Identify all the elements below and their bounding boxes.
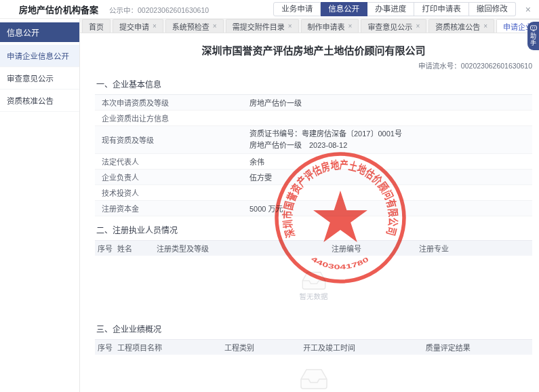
tab-close-icon[interactable]: × xyxy=(416,22,420,30)
tab-qualification-approval-notice[interactable]: 资质核准公告 × xyxy=(428,19,494,33)
row-label: 注册资本金 xyxy=(95,201,249,216)
action-withdraw-modify[interactable]: 撤回修改 xyxy=(469,2,516,16)
top-bar-actions: 业务申请 信息公开 办事进度 打印申请表 撤回修改 × xyxy=(273,2,535,16)
tab-label: 需提交附件目录 xyxy=(233,21,285,32)
row-value: 资质证书编号：粤建房估深备〔2017〕0001号 房地产估价一级 2023-08… xyxy=(249,126,402,153)
tab-system-precheck[interactable]: 系统预检查 × xyxy=(165,19,224,33)
table-header: 序号 工程项目名称 工程类别 开工及竣工时间 质量评定结果 xyxy=(95,340,532,355)
empty-state: 暂无数据 xyxy=(299,367,329,392)
tab-label: 制作申请表 xyxy=(308,21,345,32)
table-row: 注册资本金 5000 万元 xyxy=(95,201,532,216)
tab-close-icon[interactable]: × xyxy=(288,22,292,30)
tab-make-application-form[interactable]: 制作申请表 × xyxy=(301,19,359,33)
row-label: 企业资质出让方信息 xyxy=(95,111,249,125)
sidebar: 信息公开 申请企业信息公开 审查意见公示 资质核准公告 xyxy=(0,19,80,392)
empty-text: 暂无数据 xyxy=(300,291,328,301)
row-label: 法定代表人 xyxy=(95,154,249,169)
column-header: 注册类型及等级 xyxy=(154,243,329,254)
cert-grade-line: 房地产估价一级 2023-08-12 xyxy=(249,140,402,151)
assistant-float-button[interactable]: 助手 xyxy=(527,22,539,50)
action-progress[interactable]: 办事进度 xyxy=(367,2,414,16)
table-header: 序号 姓名 注册类型及等级 注册编号 注册专业 xyxy=(95,241,532,256)
top-bar: 房地产估价机构备案 公示中：002023062601630610 业务申请 信息… xyxy=(0,0,539,19)
action-business-apply[interactable]: 业务申请 xyxy=(273,2,321,16)
section-company-performance: 三、企业业绩概况 序号 工程项目名称 工程类别 开工及竣工时间 质量评定结果 xyxy=(95,320,532,392)
info-rows: 本次申请资质及等级 房地产估价一级 企业资质出让方信息 现有资质及等级 资质证书… xyxy=(95,95,532,216)
cert-number-line: 资质证书编号：粤建房估深备〔2017〕0001号 xyxy=(249,128,402,140)
tab-label: 系统预检查 xyxy=(172,21,209,32)
column-header: 工程类别 xyxy=(222,342,300,353)
tab-attachment-list[interactable]: 需提交附件目录 × xyxy=(226,19,299,33)
tab-close-icon[interactable]: × xyxy=(483,22,487,30)
row-label: 企业负责人 xyxy=(95,170,249,184)
table-row: 法定代表人 余伟 xyxy=(95,154,532,170)
action-print-form[interactable]: 打印申请表 xyxy=(414,2,469,16)
column-header: 注册专业 xyxy=(416,243,532,254)
column-header: 质量评定结果 xyxy=(423,342,532,353)
row-label: 技术投资人 xyxy=(95,185,249,200)
table-body-empty: 暂无数据 xyxy=(95,256,532,315)
tab-close-icon[interactable]: × xyxy=(153,22,157,30)
tab-label: 资质核准公告 xyxy=(435,21,480,32)
empty-state: 暂无数据 xyxy=(300,270,328,301)
column-header: 注册编号 xyxy=(329,243,416,254)
tab-label: 首页 xyxy=(89,21,104,32)
section-title: 二、注册执业人员情况 xyxy=(95,221,532,241)
application-serial-number: 申请流水号：002023062601630610 xyxy=(95,60,532,71)
app-window: 房地产估价机构备案 公示中：002023062601630610 业务申请 信息… xyxy=(0,0,539,392)
tab-submit-application[interactable]: 提交申请 × xyxy=(113,19,163,33)
column-header: 姓名 xyxy=(115,243,154,254)
column-header: 序号 xyxy=(95,342,115,353)
section-title: 三、企业业绩概况 xyxy=(95,320,532,340)
body-row: 信息公开 申请企业信息公开 审查意见公示 资质核准公告 首页 提交申请 × 系统… xyxy=(0,19,539,392)
row-label: 本次申请资质及等级 xyxy=(95,95,249,110)
column-header: 序号 xyxy=(95,243,115,254)
row-value: 伍方雯 xyxy=(249,170,272,184)
action-info-public[interactable]: 信息公开 xyxy=(321,2,367,16)
column-header: 工程项目名称 xyxy=(115,342,222,353)
publicity-status: 公示中：002023062601630610 xyxy=(109,5,209,15)
row-value: 房地产估价一级 xyxy=(249,95,302,110)
assistant-label: 助手 xyxy=(529,33,538,46)
page-title: 深圳市国誉资产评估房地产土地估价顾问有限公司 xyxy=(95,43,532,57)
top-bar-left: 房地产估价机构备案 公示中：002023062601630610 xyxy=(19,3,209,16)
section-basic-info: 一、企业基本信息 本次申请资质及等级 房地产估价一级 企业资质出让方信息 现有资… xyxy=(95,75,532,216)
row-value: 余伟 xyxy=(249,154,264,169)
tab-home[interactable]: 首页 xyxy=(82,19,111,33)
tab-label: 提交申请 xyxy=(119,21,149,32)
table-row: 企业负责人 伍方雯 xyxy=(95,170,532,185)
table-body-empty: 暂无数据 xyxy=(95,355,532,392)
empty-inbox-icon xyxy=(299,367,329,390)
tab-close-icon[interactable]: × xyxy=(348,22,353,30)
action-button-group: 业务申请 信息公开 办事进度 打印申请表 撤回修改 xyxy=(273,2,516,16)
tab-close-icon[interactable]: × xyxy=(213,22,217,30)
sidebar-item-company-info-public[interactable]: 申请企业信息公开 xyxy=(0,45,79,67)
close-icon[interactable]: × xyxy=(525,5,531,14)
sidebar-item-qualification-notice[interactable]: 资质核准公告 xyxy=(0,90,79,112)
main-column: 首页 提交申请 × 系统预检查 × 需提交附件目录 × 制作申请表 × xyxy=(80,19,539,392)
tab-review-opinion-publicity[interactable]: 审查意见公示 × xyxy=(361,19,426,33)
row-value: 5000 万元 xyxy=(249,201,283,216)
empty-inbox-icon xyxy=(300,270,327,290)
sidebar-header: 信息公开 xyxy=(0,22,79,42)
section-registered-personnel: 二、注册执业人员情况 序号 姓名 注册类型及等级 注册编号 注册专业 xyxy=(95,221,532,315)
row-label: 现有资质及等级 xyxy=(95,132,249,147)
tab-strip: 首页 提交申请 × 系统预检查 × 需提交附件目录 × 制作申请表 × xyxy=(80,19,539,33)
section-title: 一、企业基本信息 xyxy=(95,75,532,95)
tab-label: 审查意见公示 xyxy=(367,21,412,32)
app-title: 房地产估价机构备案 xyxy=(19,3,98,16)
table-row: 企业资质出让方信息 xyxy=(95,111,532,126)
assistant-robot-icon xyxy=(530,25,537,31)
table-row: 本次申请资质及等级 房地产估价一级 xyxy=(95,95,532,111)
column-header: 开工及竣工时间 xyxy=(300,342,423,353)
table-row: 技术投资人 xyxy=(95,185,532,201)
content-area: 深圳市国誉资产评估房地产土地估价顾问有限公司 申请流水号：00202306260… xyxy=(80,33,539,392)
sidebar-item-review-opinion[interactable]: 审查意见公示 xyxy=(0,67,79,90)
table-row: 现有资质及等级 资质证书编号：粤建房估深备〔2017〕0001号 房地产估价一级… xyxy=(95,126,532,154)
